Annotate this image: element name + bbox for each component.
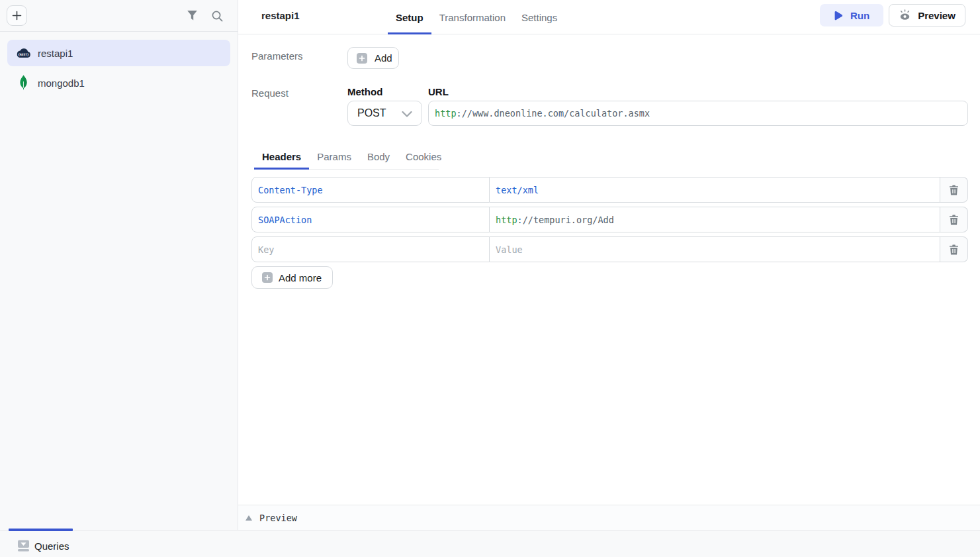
tab-transformation[interactable]: Transformation (431, 0, 513, 34)
url-label: URL (428, 87, 968, 97)
request-option-tabs: Headers Params Body Cookies (254, 147, 439, 170)
query-editor-panel: restapi1 Setup Transformation Settings R… (238, 0, 980, 530)
play-icon (834, 11, 842, 21)
bottom-status-bar: Queries (0, 530, 980, 557)
trash-icon (949, 185, 959, 195)
queries-panel-icon (18, 540, 29, 552)
query-editor-window: {REST} restapi1 mongodb1 restapi1 (0, 0, 980, 557)
method-select[interactable]: POST (347, 101, 422, 126)
tab-params[interactable]: Params (309, 147, 359, 169)
query-item-label: mongodb1 (38, 77, 85, 89)
filter-icon[interactable] (187, 10, 198, 21)
tab-cookies[interactable]: Cookies (398, 147, 449, 169)
preview-panel-toggle[interactable]: Preview (238, 505, 980, 530)
url-input[interactable]: http://www.dneonline.com/calculator.asmx (428, 101, 968, 126)
search-icon[interactable] (211, 10, 223, 22)
query-editor-header: restapi1 Setup Transformation Settings R… (238, 0, 980, 34)
request-label: Request (251, 87, 347, 126)
rest-api-icon: {REST} (15, 48, 31, 59)
chevron-down-icon (402, 111, 412, 117)
header-row-2: SOAPAction http://tempuri.org/Add (251, 207, 968, 232)
delete-header-button[interactable] (940, 207, 968, 232)
method-label: Method (347, 87, 422, 97)
headers-table: Content-Type text/xml (251, 177, 968, 262)
svg-text:{REST}: {REST} (18, 52, 29, 56)
header-key-input[interactable]: Key (251, 236, 490, 262)
header-row-1: Content-Type text/xml (251, 177, 968, 203)
delete-header-button[interactable] (940, 236, 968, 262)
header-row-3: Key Value (251, 236, 968, 262)
parameters-label: Parameters (251, 47, 347, 69)
mongodb-icon (15, 75, 31, 91)
plus-icon (12, 11, 22, 21)
query-editor-tabs: Setup Transformation Settings (388, 0, 565, 34)
preview-button[interactable]: Preview (889, 4, 965, 26)
header-value-input[interactable]: text/xml (490, 177, 940, 203)
add-query-button[interactable] (7, 5, 27, 26)
tab-settings[interactable]: Settings (513, 0, 565, 34)
plus-square-icon (262, 272, 273, 283)
query-list-panel: {REST} restapi1 mongodb1 (0, 0, 238, 530)
queries-label: Queries (34, 540, 69, 552)
query-item-restapi1[interactable]: {REST} restapi1 (7, 40, 230, 66)
preview-panel-label: Preview (259, 513, 297, 523)
header-key-input[interactable]: SOAPAction (251, 207, 490, 232)
tab-headers[interactable]: Headers (254, 147, 309, 169)
query-item-mongodb1[interactable]: mongodb1 (7, 70, 230, 96)
query-title: restapi1 (261, 10, 300, 21)
header-value-input[interactable]: http://tempuri.org/Add (490, 207, 940, 232)
add-parameter-button[interactable]: Add (347, 47, 399, 69)
delete-header-button[interactable] (940, 177, 968, 203)
setup-panel: Parameters Add Request Method POST (238, 34, 980, 505)
queries-tab-indicator (9, 529, 73, 531)
header-key-input[interactable]: Content-Type (251, 177, 490, 203)
plus-square-icon (357, 53, 367, 64)
query-item-label: restapi1 (38, 48, 73, 59)
header-value-input[interactable]: Value (490, 236, 940, 262)
add-more-button[interactable]: Add more (251, 266, 333, 289)
tab-body[interactable]: Body (359, 147, 398, 169)
triangle-up-icon (245, 515, 252, 521)
query-list: {REST} restapi1 mongodb1 (0, 32, 238, 107)
eye-icon (899, 9, 911, 21)
trash-icon (949, 244, 959, 255)
trash-icon (949, 215, 959, 225)
queries-panel-toggle[interactable]: Queries (18, 540, 69, 552)
tab-setup[interactable]: Setup (388, 0, 431, 34)
run-button[interactable]: Run (820, 4, 883, 26)
query-list-header (0, 0, 238, 32)
header-actions: Run Preview (820, 4, 965, 26)
